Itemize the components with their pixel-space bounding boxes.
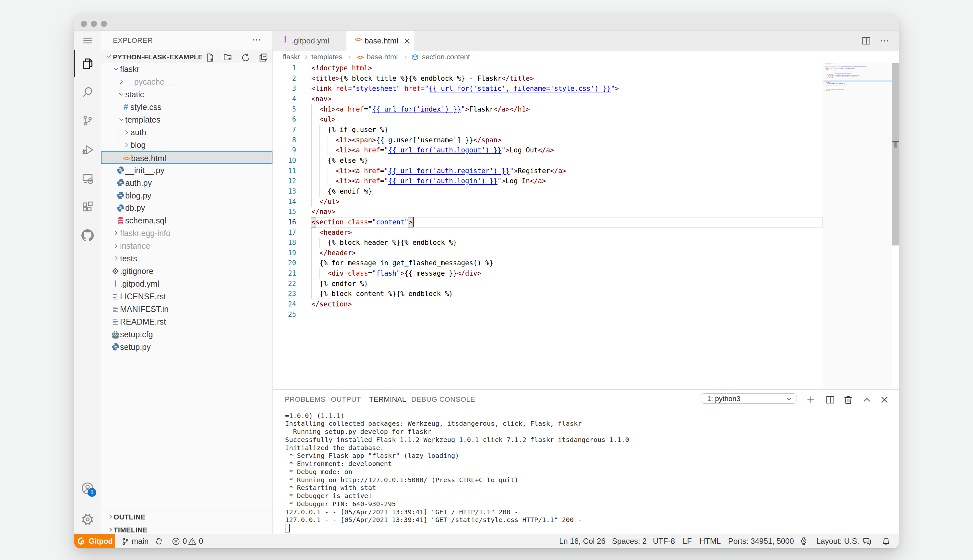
- tree-item-setup.py[interactable]: setup.py: [101, 341, 272, 353]
- refresh-icon[interactable]: [241, 53, 250, 62]
- tree-item-setup.cfg[interactable]: setup.cfg: [101, 328, 272, 341]
- tree-item-__init__.py[interactable]: __init__.py: [101, 164, 272, 177]
- status-eol[interactable]: LF: [683, 534, 692, 548]
- code-line-10[interactable]: {% else %}: [312, 156, 619, 166]
- activity-bar-item-search[interactable]: [74, 78, 101, 107]
- code-line-18[interactable]: {% block header %}{% endblock %}: [312, 238, 619, 248]
- code-line-20[interactable]: {% for message in get_flashed_messages()…: [312, 258, 619, 268]
- terminal-output[interactable]: =1.0.0) (1.1.1) Installing collected pac…: [285, 412, 629, 524]
- collapse-all-icon[interactable]: [259, 53, 268, 62]
- tree-item-auth.py[interactable]: auth.py: [101, 177, 272, 189]
- sidebar-section-timeline[interactable]: TIMELINE: [101, 523, 272, 534]
- code-line-22[interactable]: {% endfor %}: [312, 279, 619, 289]
- new-file-icon[interactable]: [205, 53, 215, 62]
- code-line-4[interactable]: <nav>: [312, 94, 619, 104]
- tree-item-schema.sql[interactable]: schema.sql: [101, 214, 272, 227]
- code-line-17[interactable]: <header>: [312, 228, 619, 238]
- tree-item-README.rst[interactable]: README.rst: [101, 315, 272, 328]
- activity-bar-item-settings[interactable]: [74, 505, 101, 534]
- code-line-12[interactable]: <li><a href="{{ url_for('auth.login') }}…: [312, 176, 619, 187]
- code-line-25[interactable]: [825, 91, 867, 92]
- code-line-19[interactable]: </header>: [312, 248, 619, 258]
- kill-terminal-icon[interactable]: [843, 395, 853, 405]
- status-feedback-icon[interactable]: [863, 534, 874, 548]
- status-sync[interactable]: [155, 534, 166, 548]
- new-terminal-icon[interactable]: [806, 395, 816, 405]
- tree-item-MANIFEST.in[interactable]: MANIFEST.in: [101, 303, 272, 315]
- status-gitpod-button[interactable]: Gitpod: [74, 534, 115, 548]
- tree-item-LICENSE.rst[interactable]: LICENSE.rst: [101, 290, 272, 303]
- activity-bar-item-github[interactable]: [74, 221, 101, 250]
- status-ports[interactable]: Ports: 34951, 5000: [728, 534, 794, 548]
- breadcrumb-item-section.content[interactable]: section.content: [411, 51, 470, 63]
- code-line-5[interactable]: <h1><a href="{{ url_for('index') }}">Fla…: [312, 104, 619, 115]
- code-line-15[interactable]: </nav>: [312, 207, 619, 217]
- sidebar-more-actions-icon[interactable]: [252, 35, 261, 45]
- tree-item-auth[interactable]: auth: [101, 126, 272, 139]
- project-root-row[interactable]: PYTHON-FLASK-EXAMPLE: [101, 50, 272, 63]
- status-warnings[interactable]: 0: [188, 534, 203, 548]
- activity-bar-item-remote-explorer[interactable]: [74, 164, 101, 193]
- status-branch[interactable]: main: [121, 534, 148, 548]
- tree-item-.gitignore[interactable]: .gitignore: [101, 265, 272, 278]
- status-notifications-icon[interactable]: [882, 534, 893, 548]
- tree-item-blog.py[interactable]: blog.py: [101, 189, 272, 202]
- code-line-16[interactable]: <section class="content">: [312, 217, 619, 228]
- tree-item-.gitpod.yml[interactable]: !.gitpod.yml: [101, 278, 272, 290]
- code-line-25[interactable]: [312, 310, 619, 320]
- code-line-21[interactable]: <div class="flash">{{ message }}</div>: [312, 268, 619, 279]
- tab-.gitpod.yml[interactable]: !.gitpod.yml: [273, 31, 347, 51]
- status-errors[interactable]: 0: [172, 534, 187, 548]
- code-line-3[interactable]: <link rel="stylesheet" href="{{ url_for(…: [825, 65, 867, 67]
- maximize-panel-icon[interactable]: [862, 395, 872, 405]
- editor-scrollbar[interactable]: [892, 63, 899, 245]
- activity-bar-item-account[interactable]: 1: [74, 474, 101, 503]
- minimap[interactable]: <!doctype html><title>{% block title %}{…: [825, 63, 899, 320]
- status-usage-timer-icon[interactable]: [800, 534, 810, 548]
- tree-item-style.css[interactable]: #style.css: [101, 101, 272, 113]
- tree-item-base.html[interactable]: <>base.html: [101, 152, 272, 164]
- breadcrumb-item-flaskr[interactable]: flaskr: [283, 51, 300, 63]
- tree-item-static[interactable]: static: [101, 88, 272, 101]
- code-line-3[interactable]: <link rel="stylesheet" href="{{ url_for(…: [312, 84, 619, 94]
- activity-bar-item-source-control[interactable]: [74, 107, 101, 135]
- tree-item-blog[interactable]: blog: [101, 139, 272, 152]
- sidebar-section-outline[interactable]: OUTLINE: [101, 510, 272, 523]
- tab-close-icon[interactable]: [403, 37, 411, 45]
- tree-item-flaskr.egg-info[interactable]: flaskr.egg-info: [101, 227, 272, 240]
- code-editor[interactable]: 1234567891011121314151617181920212223242…: [273, 63, 899, 422]
- more-actions-icon[interactable]: [880, 36, 889, 46]
- terminal-select[interactable]: 1: python3: [701, 393, 797, 404]
- code-line-6[interactable]: <ul>: [312, 115, 619, 125]
- activity-bar-item-explorer[interactable]: [74, 49, 101, 78]
- traffic-light-zoom-icon[interactable]: [101, 21, 107, 27]
- code-line-24[interactable]: </section>: [312, 299, 619, 310]
- code-line-1[interactable]: <!doctype html>: [312, 63, 619, 73]
- code-line-13[interactable]: {% endif %}: [312, 187, 619, 197]
- breadcrumb-item-base.html[interactable]: <>base.html: [357, 51, 398, 63]
- tree-item-tests[interactable]: tests: [101, 252, 272, 265]
- window-titlebar[interactable]: [74, 14, 899, 31]
- status-indentation[interactable]: Spaces: 2: [612, 534, 647, 548]
- close-panel-icon[interactable]: [880, 395, 889, 405]
- status-encoding[interactable]: UTF-8: [653, 534, 675, 548]
- tree-item-db.py[interactable]: db.py: [101, 202, 272, 214]
- tree-item-flaskr[interactable]: flaskr: [101, 63, 272, 75]
- tree-item-__pycache__[interactable]: __pycache__: [101, 75, 272, 88]
- split-terminal-icon[interactable]: [825, 395, 835, 405]
- split-editor-icon[interactable]: [861, 36, 871, 46]
- status-keyboard-layout[interactable]: Layout: U.S.: [816, 534, 859, 548]
- code-line-9[interactable]: <li><a href="{{ url_for('auth.logout') }…: [312, 145, 619, 156]
- code-line-2[interactable]: <title>{% block title %}{% endblock %} -…: [312, 73, 619, 84]
- status-cursor-position[interactable]: Ln 16, Col 26: [559, 534, 606, 548]
- code-line-23[interactable]: {% block content %}{% endblock %}: [312, 289, 619, 299]
- tree-item-templates[interactable]: templates: [101, 113, 272, 126]
- code-line-7[interactable]: {% if g.user %}: [312, 125, 619, 135]
- code-line-14[interactable]: </ul>: [312, 197, 619, 207]
- breadcrumb-item-templates[interactable]: templates: [312, 51, 342, 63]
- activity-bar-item-run-debug[interactable]: [74, 135, 101, 164]
- tree-item-instance[interactable]: instance: [101, 240, 272, 252]
- activity-bar-item-extensions[interactable]: [74, 193, 101, 221]
- new-folder-icon[interactable]: [223, 53, 233, 62]
- code-line-8[interactable]: <li><span>{{ g.user['username'] }}</span…: [312, 135, 619, 146]
